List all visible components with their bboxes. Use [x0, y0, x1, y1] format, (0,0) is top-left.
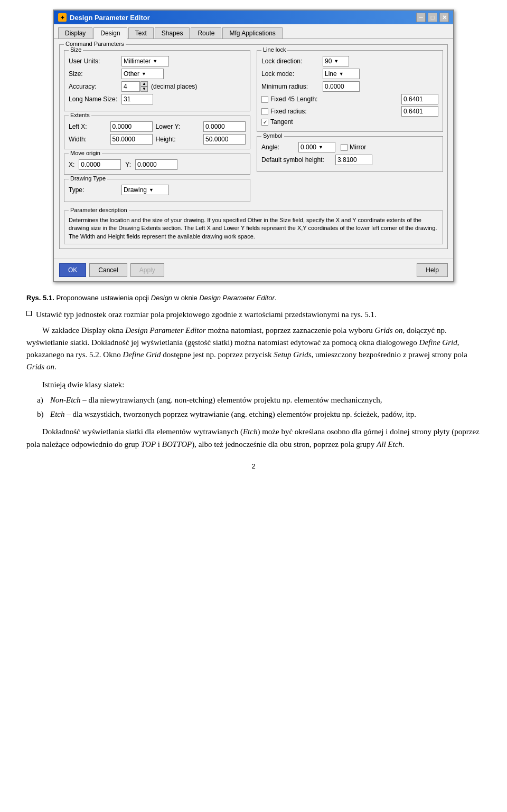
lower-y-input[interactable] [203, 121, 246, 132]
long-name-row: Long Name Size: [69, 94, 246, 104]
symbol-group-label: Symbol [261, 132, 284, 139]
apply-button[interactable]: Apply [130, 263, 164, 277]
accuracy-up-button[interactable]: ▲ [140, 81, 148, 87]
minimize-button[interactable]: ─ [416, 13, 426, 22]
sub-list-container: Istnieją dwie klasy siatek: a) Non-Etch … [26, 379, 481, 421]
symbol-group: Symbol Angle: 0.000 ▼ [257, 136, 443, 172]
move-origin-group: Move origin X: Y: [64, 154, 250, 175]
description-label: Parameter description [69, 207, 129, 213]
tab-bar: Display Design Text Shapes Route Mfg App… [54, 24, 453, 39]
drawing-type-group: Drawing Type Type: Drawing ▼ [64, 179, 250, 202]
min-radius-input[interactable] [323, 81, 360, 92]
paragraph-2: W zakładce Display okna Design Parameter… [26, 324, 481, 374]
user-units-dropdown[interactable]: Millimeter ▼ [121, 56, 169, 66]
drawing-type-label: Drawing Type [69, 175, 107, 181]
help-button[interactable]: Help [417, 263, 448, 277]
fixed-radius-input[interactable] [401, 106, 438, 117]
size-group-label: Size [69, 46, 83, 53]
line-lock-label: Line lock [261, 46, 287, 53]
sub-item-a: a) Non-Etch – dla niewytrawianych (ang. … [37, 394, 481, 406]
size-group: Size User Units: Millimeter ▼ [64, 50, 250, 111]
maximize-button[interactable]: □ [428, 13, 437, 22]
sub-item-a-letter: a) [37, 394, 50, 406]
page-content: Rys. 5.1. Proponowane ustawienia opcji D… [0, 288, 507, 488]
move-origin-content: X: Y: [69, 159, 246, 170]
left-x-label: Left X: [69, 123, 107, 130]
x-label: X: [69, 161, 74, 168]
lock-mode-dropdown[interactable]: Line ▼ [323, 69, 360, 79]
mirror-label: Mirror [350, 144, 366, 151]
width-input[interactable] [110, 134, 153, 145]
accuracy-spinner-buttons: ▲ ▼ [140, 81, 148, 92]
title-bar-buttons: ─ □ ✕ [416, 13, 449, 22]
bullet-square-1 [26, 311, 32, 316]
fixed45-input[interactable] [401, 94, 438, 104]
fixed-radius-row: Fixed radius: [261, 106, 438, 117]
type-label: Type: [69, 186, 121, 194]
default-height-input[interactable] [335, 155, 372, 165]
type-row: Type: Drawing ▼ [69, 185, 246, 195]
cancel-button[interactable]: Cancel [89, 263, 127, 277]
content-area: Command Parameters Size User Units: [54, 39, 453, 259]
figure-caption: Rys. 5.1. Proponowane ustawienia opcji D… [26, 293, 481, 303]
lock-mode-row: Lock mode: Line ▼ [261, 69, 438, 79]
ok-button[interactable]: OK [59, 263, 86, 277]
tab-route[interactable]: Route [191, 27, 221, 39]
tab-display[interactable]: Display [58, 27, 92, 39]
caption-prefix: Rys. 5.1. [26, 294, 54, 302]
size-label: Size: [69, 70, 121, 78]
user-units-label: User Units: [69, 58, 121, 65]
height-input[interactable] [203, 134, 246, 145]
tab-design[interactable]: Design [93, 27, 127, 39]
sub-item-a-text: Non-Etch – dla niewytrawianych (ang. non… [50, 394, 382, 406]
lock-direction-row: Lock direction: 90 ▼ [261, 56, 438, 66]
lock-direction-arrow: ▼ [334, 59, 339, 64]
tangent-row: Tangent [261, 118, 438, 126]
two-col-layout: Size User Units: Millimeter ▼ [64, 50, 443, 206]
tab-text[interactable]: Text [128, 27, 154, 39]
line-lock-content: Lock direction: 90 ▼ Lock mode: [261, 56, 438, 126]
command-params-group: Command Parameters Size User Units: [59, 44, 448, 249]
close-button[interactable]: ✕ [439, 13, 449, 22]
default-height-label: Default symbol height: [261, 156, 335, 164]
y-input[interactable] [135, 159, 177, 170]
tab-mfg[interactable]: Mfg Applications [222, 27, 282, 39]
fixed-radius-checkbox[interactable] [261, 108, 268, 115]
accuracy-input[interactable] [121, 81, 140, 92]
lock-mode-label: Lock mode: [261, 70, 320, 78]
width-label: Width: [69, 136, 107, 143]
mirror-checkbox[interactable] [341, 144, 348, 151]
y-label: Y: [125, 161, 131, 168]
long-name-input[interactable] [121, 94, 153, 104]
page-number: 2 [26, 461, 481, 472]
accuracy-down-button[interactable]: ▼ [140, 87, 148, 92]
description-box: Parameter description Determines the loc… [64, 211, 443, 244]
app-icon: ✦ [58, 13, 67, 22]
bullet-text-1: Ustawić typ jednostek oraz rozmiar pola … [36, 309, 377, 321]
tab-shapes[interactable]: Shapes [155, 27, 190, 39]
drawing-type-content: Type: Drawing ▼ [69, 185, 246, 195]
window-title: Design Parameter Editor [70, 14, 416, 22]
right-buttons: Help [417, 263, 448, 277]
sub-list: a) Non-Etch – dla niewytrawianych (ang. … [37, 394, 481, 421]
type-dropdown[interactable]: Drawing ▼ [121, 185, 169, 195]
sub-item-b-letter: b) [37, 408, 50, 421]
lock-mode-arrow: ▼ [339, 71, 344, 77]
fixed45-label: Fixed 45 Length: [270, 95, 317, 103]
angle-label: Angle: [261, 144, 298, 151]
window-wrapper: ✦ Design Parameter Editor ─ □ ✕ Display … [0, 0, 507, 288]
x-input[interactable] [79, 159, 121, 170]
size-row: Size: Other ▼ [69, 69, 246, 79]
fixed45-checkbox[interactable] [261, 96, 268, 103]
move-origin-label: Move origin [69, 150, 102, 156]
design-parameter-editor-window: ✦ Design Parameter Editor ─ □ ✕ Display … [53, 9, 454, 282]
type-arrow: ▼ [149, 187, 154, 193]
angle-dropdown[interactable]: 0.000 ▼ [298, 142, 335, 152]
lock-direction-dropdown[interactable]: 90 ▼ [323, 56, 349, 66]
lower-y-label: Lower Y: [156, 123, 200, 130]
decimal-label: (decimal places) [151, 83, 197, 90]
left-x-input[interactable] [110, 121, 153, 132]
tangent-checkbox[interactable] [261, 119, 268, 126]
default-height-row: Default symbol height: [261, 155, 438, 165]
size-dropdown[interactable]: Other ▼ [121, 69, 164, 79]
